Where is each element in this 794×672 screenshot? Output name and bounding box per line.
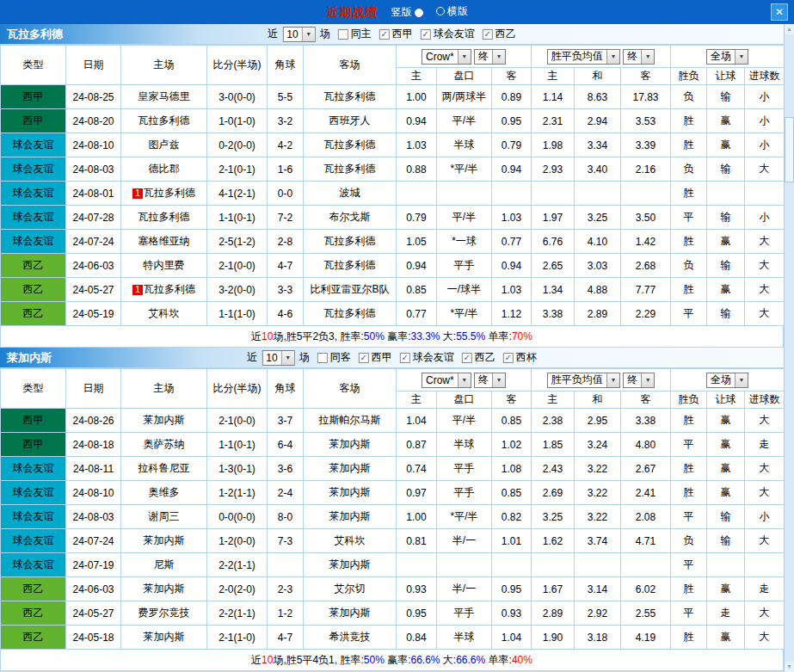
match-count-select[interactable]: 10▼ bbox=[282, 27, 315, 42]
odds-home-cell: 0.81 bbox=[397, 529, 437, 553]
score-cell: 2-1(0-1) bbox=[207, 157, 268, 182]
league-filter[interactable]: 同客 bbox=[317, 350, 351, 365]
checkbox-checked-icon[interactable]: ✓ bbox=[359, 353, 369, 363]
corner-cell: 3-2 bbox=[268, 109, 304, 133]
checkbox-icon[interactable] bbox=[317, 353, 328, 363]
league-filter[interactable]: ✓西甲 bbox=[379, 27, 413, 41]
team-name: 瓦拉多利德 bbox=[0, 27, 63, 42]
scrollbar-track[interactable]: ▲ ▼ bbox=[784, 24, 794, 672]
scroll-down-icon[interactable]: ▼ bbox=[785, 662, 794, 672]
avg-home-cell: 2.43 bbox=[532, 457, 575, 481]
radio-selected-icon[interactable] bbox=[415, 9, 423, 17]
odds-away-cell: 1.08 bbox=[492, 457, 532, 481]
result-cell: 平 bbox=[671, 302, 707, 326]
handicap-cell: 一/球半 bbox=[437, 278, 492, 302]
league-type-cell: 球会友谊 bbox=[1, 553, 66, 577]
horizontal-label: 横版 bbox=[447, 4, 468, 19]
summary-part: 大: bbox=[440, 330, 457, 342]
bookmaker-select[interactable]: Crow*▼ bbox=[422, 373, 471, 388]
odds-home-cell: 0.93 bbox=[397, 577, 437, 601]
match-date-cell: 24-08-10 bbox=[66, 481, 121, 505]
away-team-cell: 莱加内斯 bbox=[304, 481, 397, 505]
score-cell: 2-0(2-0) bbox=[207, 577, 268, 601]
team-name: 莱加内斯 bbox=[0, 350, 52, 366]
summary-part: 55.5% bbox=[456, 330, 485, 342]
section-valladolid: 瓦拉多利德 近 10▼ 场 同主✓西甲✓球会友谊✓西乙 类型 日期 主场 比分(… bbox=[0, 24, 784, 348]
match-count-select[interactable]: 10▼ bbox=[262, 350, 294, 366]
summary-part: 66.6% bbox=[410, 654, 440, 666]
layout-vertical-option[interactable]: 竖版 bbox=[391, 5, 423, 20]
checkbox-icon[interactable] bbox=[338, 29, 348, 40]
odds-time-select[interactable]: 终▼ bbox=[474, 373, 506, 388]
avg-draw-cell: 3.25 bbox=[575, 206, 621, 230]
match-row: 西乙24-05-27费罗尔竞技2-2(1-1)1-2莱加内斯0.95平手0.93… bbox=[1, 601, 785, 626]
col-date: 日期 bbox=[66, 369, 121, 409]
scroll-up-icon[interactable]: ▲ bbox=[785, 24, 794, 34]
match-count-value: 10 bbox=[266, 352, 277, 364]
scope-select[interactable]: 全场▼ bbox=[706, 373, 748, 388]
odds-away-cell: 1.02 bbox=[492, 433, 532, 457]
chevron-down-icon: ▼ bbox=[606, 50, 619, 64]
league-filters: 同主✓西甲✓球会友谊✓西乙 bbox=[338, 27, 516, 41]
chevron-down-icon: ▼ bbox=[735, 50, 748, 64]
section-band: 瓦拉多利德 近 10▼ 场 同主✓西甲✓球会友谊✓西乙 bbox=[0, 24, 784, 45]
scope-select[interactable]: 全场▼ bbox=[706, 49, 748, 65]
col-type: 类型 bbox=[1, 369, 66, 409]
match-row: 球会友谊24-07-19尼斯2-2(1-1)莱加内斯平 bbox=[1, 553, 785, 577]
bookmaker-value: Crow* bbox=[426, 374, 454, 386]
league-filter[interactable]: ✓西乙 bbox=[483, 27, 516, 41]
home-team-name: 尼斯 bbox=[154, 558, 175, 570]
checkbox-checked-icon[interactable]: ✓ bbox=[421, 29, 431, 40]
match-date-cell: 24-08-25 bbox=[66, 85, 121, 109]
odds-away-cell bbox=[492, 553, 532, 577]
scrollbar-thumb[interactable] bbox=[785, 117, 794, 182]
away-team-cell: 莱加内斯 bbox=[304, 505, 397, 529]
col-result: 胜负 bbox=[671, 68, 707, 85]
col-handicap: 盘口 bbox=[437, 391, 492, 409]
result-cell: 胜 bbox=[671, 626, 707, 650]
avg-home-cell: 2.69 bbox=[532, 481, 575, 505]
checkbox-checked-icon[interactable]: ✓ bbox=[483, 29, 493, 40]
near-label: 近 bbox=[268, 27, 278, 41]
league-filter[interactable]: ✓西杯 bbox=[503, 350, 537, 365]
chevron-down-icon: ▼ bbox=[735, 373, 748, 387]
avg-time-select[interactable]: 终▼ bbox=[623, 49, 655, 65]
avg-draw-cell: 2.89 bbox=[575, 302, 621, 326]
league-filter[interactable]: 同主 bbox=[338, 27, 372, 41]
avg-type-select[interactable]: 胜平负均值▼ bbox=[547, 373, 620, 388]
score-cell: 2-1(0-0) bbox=[207, 254, 268, 278]
league-filter[interactable]: ✓球会友谊 bbox=[400, 350, 454, 365]
goals-result-cell: 大 bbox=[745, 254, 785, 278]
odds-time-select[interactable]: 终▼ bbox=[474, 49, 506, 65]
avg-draw-cell bbox=[575, 182, 621, 206]
avg-away-cell: 6.02 bbox=[621, 577, 671, 601]
radio-unselected-icon[interactable] bbox=[436, 7, 445, 15]
league-filter[interactable]: ✓西乙 bbox=[462, 350, 495, 365]
checkbox-checked-icon[interactable]: ✓ bbox=[400, 353, 410, 363]
layout-horizontal-option[interactable]: 横版 bbox=[436, 4, 468, 19]
avg-away-cell: 2.16 bbox=[621, 157, 671, 182]
score-cell: 1-2(1-1) bbox=[207, 481, 268, 505]
goals-result-cell: 小 bbox=[745, 85, 785, 109]
league-type-cell: 西甲 bbox=[1, 109, 66, 133]
checkbox-checked-icon[interactable]: ✓ bbox=[379, 29, 390, 40]
odds-home-cell: 1.04 bbox=[397, 409, 437, 433]
match-row: 球会友谊24-08-011瓦拉多利德4-1(2-1)0-0波城胜 bbox=[1, 182, 785, 206]
avg-draw-cell: 2.94 bbox=[575, 109, 621, 133]
avg-home-cell: 6.76 bbox=[532, 230, 575, 254]
avg-type-value: 胜平负均值 bbox=[551, 49, 603, 64]
avg-time-select[interactable]: 终▼ bbox=[623, 373, 655, 388]
corner-cell: 3-6 bbox=[268, 457, 304, 481]
handicap-cell: 平手 bbox=[437, 481, 492, 505]
league-filter[interactable]: ✓西甲 bbox=[359, 350, 392, 365]
checkbox-checked-icon[interactable]: ✓ bbox=[503, 353, 514, 363]
bookmaker-select[interactable]: Crow*▼ bbox=[422, 49, 471, 65]
summary-part: 大: bbox=[440, 654, 457, 666]
avg-home-cell: 1.90 bbox=[532, 626, 575, 650]
close-button[interactable]: ✕ bbox=[771, 3, 788, 21]
match-date-cell: 24-08-10 bbox=[66, 133, 121, 157]
checkbox-checked-icon[interactable]: ✓ bbox=[462, 353, 472, 363]
league-filter[interactable]: ✓球会友谊 bbox=[421, 27, 475, 41]
avg-type-select[interactable]: 胜平负均值▼ bbox=[547, 49, 620, 65]
match-row: 西乙24-05-271瓦拉多利德3-2(0-0)3-3比利亚雷亚尔B队0.85一… bbox=[1, 278, 785, 302]
